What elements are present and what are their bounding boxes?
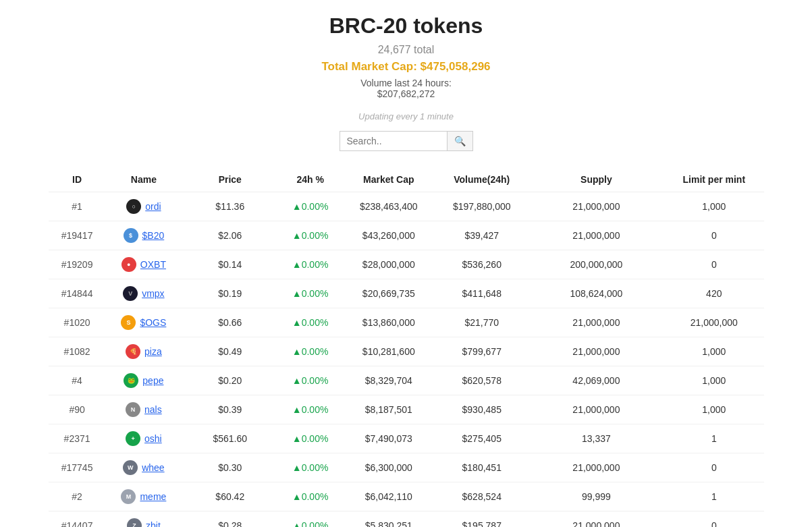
cell-supply: 21,000,000 bbox=[529, 192, 664, 221]
volume-value: $207,682,272 bbox=[49, 88, 764, 99]
cell-price: $0.39 bbox=[182, 395, 278, 424]
cell-limit: 1,000 bbox=[664, 337, 763, 366]
cell-market-cap: $6,300,000 bbox=[342, 453, 435, 482]
cell-name: ○ ordi bbox=[106, 192, 182, 221]
cell-volume: $930,485 bbox=[435, 395, 529, 424]
table-row: #1082 🍕 piza $0.49 ▲0.00% $10,281,600 $7… bbox=[49, 337, 764, 366]
token-icon: M bbox=[121, 489, 136, 504]
cell-name: 🐸 pepe bbox=[106, 366, 182, 395]
cell-id: #2 bbox=[49, 482, 106, 511]
cell-price: $0.30 bbox=[182, 453, 278, 482]
cell-volume: $180,451 bbox=[435, 453, 529, 482]
col-volume: Volume(24h) bbox=[435, 167, 529, 192]
token-name-link[interactable]: whee bbox=[142, 462, 164, 473]
cell-supply: 200,000,000 bbox=[529, 250, 664, 279]
cell-price: $561.60 bbox=[182, 424, 278, 453]
search-button[interactable]: 🔍 bbox=[448, 131, 473, 151]
cell-name: + oshi bbox=[106, 424, 182, 453]
search-row: 🔍 bbox=[49, 131, 764, 151]
cell-name: ● OXBT bbox=[106, 250, 182, 279]
cell-id: #19417 bbox=[49, 221, 106, 250]
market-cap: Total Market Cap: $475,058,296 bbox=[49, 60, 764, 74]
cell-change: ▲0.00% bbox=[278, 366, 342, 395]
cell-market-cap: $28,000,000 bbox=[342, 250, 435, 279]
cell-volume: $799,677 bbox=[435, 337, 529, 366]
token-name-link[interactable]: meme bbox=[140, 491, 166, 502]
cell-id: #14407 bbox=[49, 511, 106, 528]
cell-supply: 21,000,000 bbox=[529, 337, 664, 366]
cell-price: $11.36 bbox=[182, 192, 278, 221]
token-name-link[interactable]: $OGS bbox=[140, 317, 166, 328]
cell-limit: 21,000,000 bbox=[664, 308, 763, 337]
cell-id: #2371 bbox=[49, 424, 106, 453]
cell-price: $0.20 bbox=[182, 366, 278, 395]
token-icon: ○ bbox=[126, 199, 141, 214]
volume-label: Volume last 24 hours: bbox=[49, 78, 764, 88]
cell-change: ▲0.00% bbox=[278, 221, 342, 250]
token-icon: $ bbox=[124, 228, 138, 243]
cell-volume: $197,880,000 bbox=[435, 192, 529, 221]
cell-name: 🍕 piza bbox=[106, 337, 182, 366]
cell-id: #90 bbox=[49, 395, 106, 424]
cell-market-cap: $10,281,600 bbox=[342, 337, 435, 366]
cell-name: W whee bbox=[106, 453, 182, 482]
cell-volume: $620,578 bbox=[435, 366, 529, 395]
cell-market-cap: $20,669,735 bbox=[342, 279, 435, 308]
cell-change: ▲0.00% bbox=[278, 424, 342, 453]
cell-limit: 1 bbox=[664, 482, 763, 511]
cell-price: $60.42 bbox=[182, 482, 278, 511]
table-body: #1 ○ ordi $11.36 ▲0.00% $238,463,400 $19… bbox=[49, 192, 764, 528]
token-name-link[interactable]: ordi bbox=[145, 201, 161, 212]
token-name-link[interactable]: nals bbox=[144, 404, 162, 415]
cell-volume: $39,427 bbox=[435, 221, 529, 250]
cell-limit: 1,000 bbox=[664, 395, 763, 424]
col-price: Price bbox=[182, 167, 278, 192]
cell-price: $2.06 bbox=[182, 221, 278, 250]
cell-market-cap: $238,463,400 bbox=[342, 192, 435, 221]
cell-limit: 0 bbox=[664, 221, 763, 250]
cell-limit: 420 bbox=[664, 279, 763, 308]
token-name-link[interactable]: OXBT bbox=[140, 259, 166, 270]
cell-change: ▲0.00% bbox=[278, 453, 342, 482]
col-limit: Limit per mint bbox=[664, 167, 763, 192]
cell-change: ▲0.00% bbox=[278, 279, 342, 308]
cell-market-cap: $6,042,110 bbox=[342, 482, 435, 511]
token-icon: ● bbox=[121, 257, 136, 272]
cell-volume: $411,648 bbox=[435, 279, 529, 308]
cell-market-cap: $8,187,501 bbox=[342, 395, 435, 424]
col-market-cap: Market Cap bbox=[342, 167, 435, 192]
cell-supply: 108,624,000 bbox=[529, 279, 664, 308]
cell-market-cap: $13,860,000 bbox=[342, 308, 435, 337]
token-name-link[interactable]: piza bbox=[144, 346, 162, 357]
col-name: Name bbox=[106, 167, 182, 192]
cell-supply: 21,000,000 bbox=[529, 395, 664, 424]
token-name-link[interactable]: zbit bbox=[146, 520, 161, 527]
header-row: ID Name Price 24h % Market Cap Volume(24… bbox=[49, 167, 764, 192]
cell-market-cap: $8,329,704 bbox=[342, 366, 435, 395]
token-icon: S bbox=[121, 315, 136, 330]
token-name-link[interactable]: vmpx bbox=[142, 288, 164, 299]
cell-volume: $195,787 bbox=[435, 511, 529, 528]
table-row: #19209 ● OXBT $0.14 ▲0.00% $28,000,000 $… bbox=[49, 250, 764, 279]
cell-supply: 42,069,000 bbox=[529, 366, 664, 395]
cell-volume: $536,260 bbox=[435, 250, 529, 279]
token-name-link[interactable]: oshi bbox=[144, 433, 162, 444]
cell-name: $ $B20 bbox=[106, 221, 182, 250]
cell-limit: 1,000 bbox=[664, 192, 763, 221]
cell-price: $0.28 bbox=[182, 511, 278, 528]
token-icon: Z bbox=[127, 518, 142, 527]
cell-change: ▲0.00% bbox=[278, 308, 342, 337]
page-container: BRC-20 tokens 24,677 total Total Market … bbox=[35, 0, 778, 527]
cell-limit: 0 bbox=[664, 511, 763, 528]
cell-price: $0.14 bbox=[182, 250, 278, 279]
token-name-link[interactable]: $B20 bbox=[142, 230, 165, 241]
token-icon: N bbox=[126, 402, 140, 417]
cell-id: #17745 bbox=[49, 453, 106, 482]
updating-note: Updating every 1 minute bbox=[49, 111, 764, 121]
cell-change: ▲0.00% bbox=[278, 192, 342, 221]
cell-change: ▲0.00% bbox=[278, 395, 342, 424]
cell-supply: 13,337 bbox=[529, 424, 664, 453]
search-input[interactable] bbox=[340, 131, 448, 151]
token-name-link[interactable]: pepe bbox=[142, 375, 163, 386]
token-icon: W bbox=[123, 460, 138, 475]
